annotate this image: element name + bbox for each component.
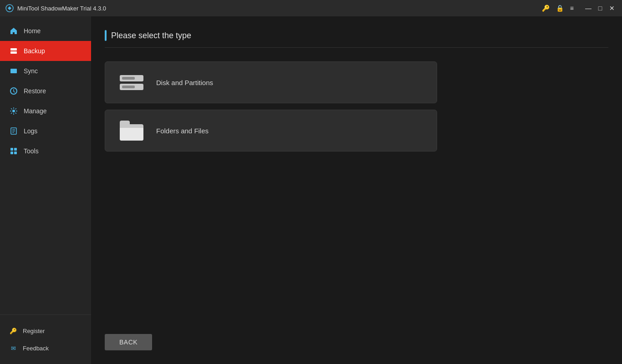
disk-partitions-card[interactable]: Disk and Partitions [105,61,437,103]
backup-label: Backup [24,47,45,55]
sync-icon [9,66,18,76]
sidebar-item-feedback[interactable]: ✉ Feedback [0,339,91,357]
svg-point-6 [12,110,15,112]
sidebar-item-manage[interactable]: Manage [0,101,91,121]
app-title: MiniTool ShadowMaker Trial 4.3.0 [17,5,106,12]
sidebar-item-tools[interactable]: Tools [0,141,91,161]
sidebar: Home Backup Sync [0,16,91,364]
content-area: Please select the type Disk and Partitio… [91,16,622,364]
page-header: Please select the type [105,30,608,48]
sidebar-item-backup[interactable]: Backup [0,41,91,61]
restore-icon [9,86,18,96]
svg-rect-3 [10,69,17,73]
home-icon [9,26,18,35]
folders-files-label: Folders and Files [156,127,209,135]
disk-partitions-icon [118,71,145,94]
tools-label: Tools [24,147,39,155]
svg-rect-11 [10,148,13,151]
main-layout: Home Backup Sync [0,16,622,364]
key-icon[interactable]: 🔑 [542,5,550,12]
svg-rect-14 [14,152,17,154]
lock-icon[interactable]: 🔒 [556,5,564,12]
feedback-label: Feedback [23,345,49,352]
maximize-button[interactable]: □ [596,4,605,13]
titlebar-actions: 🔑 🔒 ≡ — □ ✕ [542,4,617,13]
type-cards: Disk and Partitions Folders and Files [105,61,608,152]
disk-bar-2 [120,84,143,90]
svg-rect-4 [11,70,14,71]
sidebar-item-restore[interactable]: Restore [0,81,91,101]
page-title: Please select the type [111,31,191,40]
minimize-button[interactable]: — [584,4,593,13]
home-label: Home [24,27,41,35]
tools-icon [9,147,18,156]
back-button[interactable]: BACK [105,334,152,350]
content-bottom: BACK [105,152,608,355]
sidebar-item-logs[interactable]: Logs [0,121,91,141]
close-button[interactable]: ✕ [607,4,617,13]
manage-icon [9,106,18,116]
folders-files-icon [118,119,145,142]
feedback-mail-icon: ✉ [9,344,17,352]
svg-rect-12 [14,148,17,151]
logs-icon [9,126,18,136]
svg-rect-1 [10,48,17,51]
sidebar-nav: Home Backup Sync [0,16,91,314]
window-controls: — □ ✕ [584,4,617,13]
backup-icon [9,46,18,56]
restore-label: Restore [24,87,46,95]
register-label: Register [23,328,45,334]
app-logo-icon [5,4,14,12]
menu-icon[interactable]: ≡ [570,5,574,12]
disk-partitions-label: Disk and Partitions [156,79,213,86]
titlebar: MiniTool ShadowMaker Trial 4.3.0 🔑 🔒 ≡ —… [0,0,622,16]
sidebar-item-register[interactable]: 🔑 Register [0,322,91,339]
svg-rect-2 [10,51,17,54]
titlebar-left: MiniTool ShadowMaker Trial 4.3.0 [5,4,106,12]
header-accent [105,30,107,41]
logs-label: Logs [24,127,37,135]
manage-label: Manage [24,107,47,115]
sync-label: Sync [24,67,38,75]
svg-rect-13 [10,152,13,154]
register-key-icon: 🔑 [9,327,17,335]
disk-bar-1 [120,75,143,81]
sidebar-item-home[interactable]: Home [0,21,91,41]
folders-files-card[interactable]: Folders and Files [105,110,437,152]
sidebar-bottom: 🔑 Register ✉ Feedback [0,314,91,364]
sidebar-item-sync[interactable]: Sync [0,61,91,81]
